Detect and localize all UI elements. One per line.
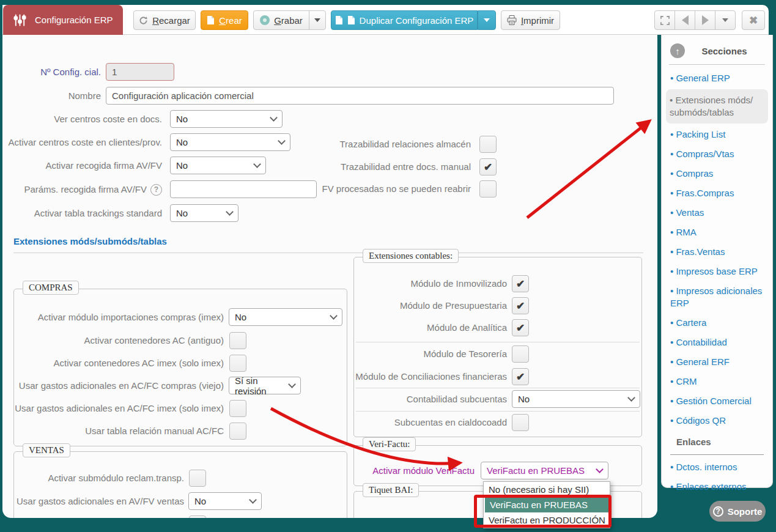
reclam-transp-checkbox[interactable]	[189, 470, 206, 487]
sidebar-item-compras-vtas[interactable]: Compras/Vtas	[669, 144, 765, 164]
chevron-down-icon	[288, 380, 296, 388]
activar-centros-select[interactable]: No	[170, 133, 290, 151]
gastos-viejo-select[interactable]: Sí sin revisión	[229, 377, 301, 394]
cialdocoadd-label: Subcuentas en cialdocoadd	[361, 414, 507, 431]
presupuestaria-label: Módulo de Presupuestaria	[361, 297, 507, 314]
presupuestaria-checkbox[interactable]: ✔	[512, 297, 529, 314]
recogida-firma-select[interactable]: No	[170, 157, 266, 174]
inmovilizado-checkbox[interactable]: ✔	[512, 275, 529, 292]
verifactu-option-no[interactable]: No (necesario si hay SII)	[484, 482, 610, 497]
traz-almacen-label: Trazabilidad relaciones almacén	[318, 136, 471, 153]
save-dropdown-button[interactable]	[309, 10, 326, 30]
cialdocoadd-checkbox[interactable]	[512, 414, 529, 431]
tabla-trackings-select[interactable]: No	[170, 204, 238, 222]
fullscreen-button[interactable]	[654, 10, 675, 30]
gastos-imex-checkbox[interactable]	[229, 400, 246, 417]
save-label: Grabar	[274, 15, 303, 26]
traz-almacen-checkbox[interactable]	[479, 136, 497, 153]
close-button[interactable]: ✖	[742, 10, 765, 30]
subcuentas-label: Contabilidad subcuentas	[361, 391, 507, 408]
sliders-icon	[13, 13, 27, 28]
sidebar-item-fras-compras[interactable]: Fras.Compras	[669, 183, 765, 203]
next-record-button[interactable]	[695, 10, 715, 30]
question-icon: ?	[713, 506, 723, 517]
conciliaciones-checkbox[interactable]: ✔	[512, 368, 529, 385]
window-title: Configuración ERP	[35, 15, 113, 25]
prev-record-button[interactable]	[674, 10, 695, 30]
sidebar-item-impresos-base[interactable]: Impresos base ERP	[669, 262, 765, 281]
save-disc-icon	[260, 15, 270, 25]
print-button[interactable]: Imprimir	[501, 10, 560, 30]
section-heading: Extensiones móds/submóds/tablas	[13, 236, 643, 253]
verifactu-option-pruebas[interactable]: VeriFactu en PRUEBAS	[485, 497, 608, 512]
importaciones-select[interactable]: No	[229, 308, 342, 326]
duplicate-dropdown-button[interactable]	[478, 10, 496, 30]
sidebar-item-codigos-qr[interactable]: Códigos QR	[669, 411, 765, 430]
sidebar-item-fras-ventas[interactable]: Fras.Ventas	[669, 242, 765, 262]
sidebar-item-impresos-adicionales[interactable]: Impresos adicionales ERP	[669, 281, 765, 313]
params-firma-input[interactable]	[170, 180, 317, 198]
contenedores-ac-imex-checkbox[interactable]	[229, 355, 246, 372]
caret-down-icon	[722, 18, 728, 22]
config-num-input[interactable]: 1	[106, 63, 174, 81]
support-label: Soporte	[728, 506, 763, 517]
close-icon: ✖	[749, 15, 758, 26]
contenedores-ac-checkbox[interactable]	[229, 332, 246, 349]
sidebar-item-contabilidad[interactable]: Contabilidad	[669, 333, 765, 352]
sidebar-item-general-erp[interactable]: General ERP	[669, 68, 765, 88]
ventas-legend: VENTAS	[23, 443, 70, 457]
sidebar-item-general-erf[interactable]: General ERF	[669, 352, 765, 372]
tesoreria-checkbox[interactable]	[512, 345, 529, 363]
tabla-relacion-checkbox[interactable]	[229, 423, 246, 440]
nombre-input[interactable]: Configuración aplicación comercial	[106, 87, 614, 105]
fv-procesadas-checkbox[interactable]	[479, 180, 497, 198]
chevron-down-icon	[226, 208, 234, 216]
tabla-relacion-label: Usar tabla relación manual AC/FC	[18, 423, 224, 440]
sections-sidebar: ↑ Secciones General ERP Extensiones móds…	[661, 35, 773, 488]
save-button[interactable]: Grabar	[253, 10, 309, 30]
sidebar-item-enlaces-externos[interactable]: Enlaces externos	[669, 477, 765, 497]
gastos-av-fv-select[interactable]: No	[188, 492, 262, 510]
divider	[356, 342, 640, 342]
print-label: Imprimir	[521, 15, 554, 26]
sidebar-item-ventas[interactable]: Ventas	[669, 203, 765, 223]
activar-centros-label: Activar centros coste en clientes/prov.	[2, 134, 162, 151]
create-button[interactable]: Crear	[201, 10, 248, 30]
reclam-transp-label: Activar submódulo reclam.transp.	[18, 470, 184, 487]
sidebar-item-cartera[interactable]: Cartera	[669, 313, 765, 333]
printer-icon	[507, 15, 517, 25]
sidebar-item-crm[interactable]: CRM	[669, 372, 765, 391]
create-label: Crear	[219, 15, 242, 26]
recogida-firma-label: Activar recogida firma AV/FV	[2, 157, 162, 174]
scroll-top-icon[interactable]: ↑	[670, 43, 685, 58]
file-icon	[207, 15, 215, 25]
sidebar-item-rma[interactable]: RMA	[669, 223, 765, 242]
support-button[interactable]: ? Soporte	[709, 501, 766, 522]
sidebar-links-header: Enlaces	[670, 430, 764, 455]
gastos-viejo-label: Usar gastos adicionales en AC/FC compras…	[18, 377, 224, 394]
duplicate-button[interactable]: Duplicar Configuración ERP	[331, 10, 478, 30]
verifactu-option-produccion[interactable]: VeriFactu en PRODUCCIÓN	[484, 512, 610, 528]
traz-docs-checkbox[interactable]: ✔	[479, 158, 497, 175]
chevron-down-icon	[627, 394, 635, 402]
records-dropdown-button[interactable]	[715, 10, 736, 30]
verifactu-select[interactable]: VeriFactu en PRUEBAS	[481, 462, 608, 479]
sidebar-item-gestion-comercial[interactable]: Gestión Comercial	[669, 391, 765, 411]
duplicate-label: Duplicar Configuración ERP	[360, 15, 474, 26]
sidebar-item-compras[interactable]: Compras	[669, 164, 765, 183]
ventas-partial-checkbox[interactable]	[189, 515, 206, 518]
window-tab[interactable]: Configuración ERP	[3, 5, 123, 35]
sidebar-item-packing-list[interactable]: Packing List	[669, 125, 765, 144]
file-icon	[347, 15, 355, 25]
divider	[356, 388, 640, 388]
subcuentas-select[interactable]: No	[512, 390, 640, 408]
ver-centros-select[interactable]: No	[170, 110, 283, 128]
help-icon[interactable]: ?	[150, 184, 162, 196]
sidebar-header: ↑ Secciones	[669, 41, 765, 65]
analitica-checkbox[interactable]: ✔	[512, 319, 529, 336]
sidebar-item-extensiones[interactable]: Extensiones móds/ submóds/tablas	[666, 89, 768, 124]
reload-label: Recargar	[152, 15, 190, 26]
reload-button[interactable]: Recargar	[133, 10, 196, 30]
sidebar-item-dctos-internos[interactable]: Dctos. internos	[669, 457, 765, 477]
arrow-right-icon	[702, 15, 709, 25]
